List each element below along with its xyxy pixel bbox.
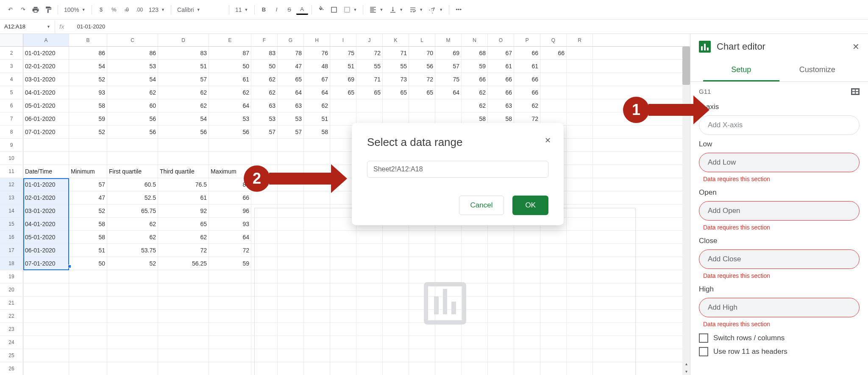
vertical-align-button[interactable]: ▼	[387, 4, 406, 16]
cell[interactable]	[356, 99, 383, 112]
cell[interactable]: 55	[383, 60, 409, 73]
cell[interactable]: 69	[330, 73, 356, 86]
horizontal-align-button[interactable]: ▼	[367, 4, 386, 16]
cell[interactable]: 67	[488, 47, 514, 59]
cell[interactable]: 62	[158, 86, 209, 99]
cell[interactable]: 66	[209, 191, 251, 204]
cell[interactable]: 52	[69, 126, 107, 138]
cell[interactable]	[23, 152, 69, 165]
cell[interactable]: 72	[158, 244, 209, 257]
cell[interactable]	[251, 191, 278, 204]
cell[interactable]	[23, 362, 69, 375]
row-header[interactable]: 8	[0, 126, 23, 138]
cell[interactable]: 66	[514, 47, 540, 59]
cell[interactable]: 92	[158, 204, 209, 217]
column-header[interactable]: G	[278, 34, 304, 46]
cell[interactable]	[567, 191, 593, 204]
cell[interactable]: 62	[514, 99, 540, 112]
row-header[interactable]: 6	[0, 99, 23, 112]
font-size-dropdown[interactable]: 11▼	[233, 4, 251, 16]
cell[interactable]	[23, 297, 69, 309]
cell[interactable]: 56	[409, 60, 435, 73]
row-header[interactable]: 20	[0, 283, 23, 296]
cell[interactable]: 65	[356, 86, 383, 99]
cell[interactable]: 50	[209, 60, 251, 73]
cell[interactable]: 51	[304, 112, 330, 125]
cell[interactable]: 87	[209, 178, 251, 191]
cell[interactable]	[567, 73, 593, 86]
cell[interactable]: 70	[409, 47, 435, 59]
selection-handle[interactable]	[68, 265, 71, 268]
cell[interactable]: 62	[462, 86, 488, 99]
cell[interactable]: 62	[462, 99, 488, 112]
row-header[interactable]: 26	[0, 362, 23, 375]
row-header[interactable]: 21	[0, 297, 23, 309]
undo-icon[interactable]: ↶	[4, 4, 16, 16]
cell[interactable]	[383, 99, 409, 112]
cell[interactable]: 06-01-2020	[23, 112, 69, 125]
text-color-button[interactable]: A	[296, 5, 308, 15]
cell[interactable]	[69, 139, 107, 151]
cell[interactable]	[209, 297, 251, 309]
cell[interactable]	[304, 178, 330, 191]
column-header[interactable]: H	[304, 34, 330, 46]
cell[interactable]: 62	[251, 86, 278, 99]
vertical-scrollbar[interactable]: ▴ ▾	[682, 47, 690, 375]
cell[interactable]: 53	[251, 112, 278, 125]
cell[interactable]: 07-01-2020	[23, 126, 69, 138]
cell[interactable]: 59	[462, 60, 488, 73]
cell[interactable]: 57	[278, 126, 304, 138]
cell[interactable]: 72	[409, 73, 435, 86]
cell[interactable]: 65	[409, 86, 435, 99]
cell[interactable]: 72	[209, 244, 251, 257]
cell[interactable]: 86	[107, 47, 158, 59]
close-icon[interactable]: ✕	[852, 42, 860, 52]
cell[interactable]	[540, 99, 567, 112]
cell[interactable]	[107, 349, 158, 362]
cell[interactable]: 04-01-2020	[23, 86, 69, 99]
cell[interactable]: 62	[304, 99, 330, 112]
column-header[interactable]: I	[330, 34, 356, 46]
cell[interactable]	[158, 297, 209, 309]
scroll-down-icon[interactable]: ▾	[682, 367, 690, 375]
ok-button[interactable]: OK	[512, 196, 548, 215]
tab-customize[interactable]: Customize	[779, 59, 856, 81]
cell[interactable]: 04-01-2020	[23, 218, 69, 230]
text-wrap-button[interactable]: ▼	[406, 4, 426, 16]
switch-rows-checkbox[interactable]: Switch rows / columns	[699, 333, 860, 343]
cell[interactable]: 02-01-2020	[23, 60, 69, 73]
cell[interactable]	[69, 362, 107, 375]
cell[interactable]: 63	[251, 99, 278, 112]
cell[interactable]	[107, 323, 158, 336]
cell[interactable]: 56	[158, 126, 209, 138]
cell[interactable]: 63	[488, 99, 514, 112]
cell[interactable]: 66	[514, 73, 540, 86]
add-low-button[interactable]: Add Low	[699, 153, 860, 172]
row-header[interactable]: 5	[0, 86, 23, 99]
cell[interactable]: 59	[209, 257, 251, 270]
zoom-dropdown[interactable]: 100%▼	[61, 4, 88, 16]
cell[interactable]: 52	[69, 204, 107, 217]
row-header[interactable]: 17	[0, 244, 23, 257]
row-header[interactable]: 2	[0, 47, 23, 59]
cell[interactable]	[209, 362, 251, 375]
cell[interactable]	[567, 152, 593, 165]
cell[interactable]: 58	[69, 218, 107, 230]
cell[interactable]: Date/Time	[23, 165, 69, 178]
cell[interactable]: 47	[278, 60, 304, 73]
cell[interactable]	[158, 139, 209, 151]
data-range-grid-icon[interactable]	[851, 88, 860, 95]
cell[interactable]: 50	[69, 257, 107, 270]
cell[interactable]: 93	[69, 86, 107, 99]
row-header[interactable]: 12	[0, 178, 23, 191]
row-header[interactable]: 14	[0, 204, 23, 217]
cell[interactable]: 03-01-2020	[23, 204, 69, 217]
cell[interactable]	[107, 283, 158, 296]
cell[interactable]: Minimum	[69, 165, 107, 178]
cell[interactable]	[158, 362, 209, 375]
cell[interactable]: 57	[69, 178, 107, 191]
cell[interactable]	[330, 112, 356, 125]
cell[interactable]	[23, 336, 69, 349]
cell[interactable]	[304, 139, 330, 151]
cell[interactable]: 05-01-2020	[23, 99, 69, 112]
